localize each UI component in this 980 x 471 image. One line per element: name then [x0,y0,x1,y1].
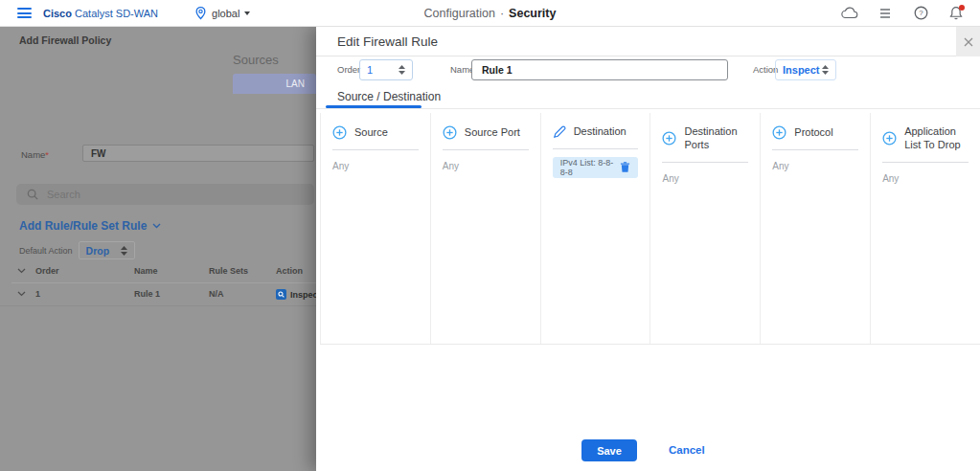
sort-arrows-icon [822,65,829,75]
inspect-icon [276,289,286,300]
tab-divider [316,108,980,109]
search-icon [27,189,38,200]
hamburger-menu-icon[interactable] [17,8,32,18]
plus-circle-icon[interactable] [882,131,897,146]
column-value: Any [662,173,748,184]
modal-header: Edit Firewall Rule [316,27,980,56]
column-application-list: Application List To Drop Any [870,113,980,344]
column-value: Any [882,173,969,184]
column-header: Protocol [772,113,858,150]
column-label: Source Port [465,126,520,140]
order-label: Order [337,59,360,80]
policy-name-field [82,145,314,162]
chevron-down-icon [17,266,26,276]
rule-name-field[interactable] [471,59,728,80]
order-select[interactable]: 1 [359,59,413,80]
default-action-row: Default Action Drop [19,241,135,259]
topbar-actions: ? [841,5,980,22]
brand-cisco: Cisco [43,8,72,19]
scope-label: global [212,8,239,19]
policy-name-label: Name* [21,149,49,160]
tab-lan: LAN [233,74,316,94]
trash-icon[interactable] [620,162,630,173]
app-window: Cisco Catalyst SD-WAN global Configurati… [0,0,980,471]
column-label: Application List To Drop [904,125,969,152]
column-header: Application List To Drop [882,113,969,163]
column-header: Source [332,113,419,150]
column-label: Destination [574,125,627,139]
rules-table-header: Order Name Rule Sets Action [0,266,316,280]
default-action-select: Drop [79,241,136,259]
row-rule-sets: N/A [209,289,224,299]
pencil-icon[interactable] [553,125,566,139]
chevron-down-icon [152,223,161,229]
tab-source-destination[interactable]: Source / Destination [337,90,441,103]
default-action-label: Default Action [19,246,73,256]
save-button[interactable]: Save [581,439,637,461]
search-input [47,189,239,200]
destination-chip: IPv4 List: 8-8-8-8 [553,157,639,178]
table-divider [0,305,316,306]
plus-circle-icon[interactable] [443,125,457,140]
svg-text:?: ? [919,9,923,17]
breadcrumb: Configuration · Security [424,7,557,20]
brand-product: Catalyst SD-WAN [75,8,158,19]
action-select[interactable]: Inspect [775,59,836,80]
plus-circle-icon[interactable] [332,125,347,140]
column-source-port: Source Port Any [430,113,540,344]
column-value: Any [332,161,419,171]
table-divider [11,282,316,283]
breadcrumb-separator: · [500,7,504,20]
plus-circle-icon[interactable] [772,125,786,140]
row-action-badge: Inspect [276,289,321,300]
top-navbar: Cisco Catalyst SD-WAN global Configurati… [0,0,980,27]
column-destination-ports: Destination Ports Any [650,113,760,344]
column-label: Destination Ports [684,125,748,152]
sources-heading: Sources [233,53,279,67]
close-icon [964,37,973,47]
brand-logo: Cisco Catalyst SD-WAN [43,8,158,19]
column-label: Protocol [794,126,832,140]
row-name: Rule 1 [134,289,160,299]
notifications-bell-icon[interactable] [947,5,965,22]
column-header: Destination [553,113,639,149]
edit-firewall-rule-modal: Edit Firewall Rule Order 1 Name Action I… [316,27,980,471]
cloud-icon[interactable] [841,5,858,22]
col-header-name: Name [134,266,158,276]
caret-down-icon [244,11,250,15]
page-title: Add Firewall Policy [19,34,111,46]
rule-match-columns: Source Any Source Port Any D [320,113,980,345]
column-header: Destination Ports [662,113,748,163]
required-asterisk: * [45,149,49,160]
search-bar [16,184,314,205]
col-header-action: Action [276,266,303,276]
notification-dot [959,5,965,11]
sort-arrows-icon [121,246,127,256]
close-button[interactable] [956,27,980,56]
help-icon[interactable]: ? [912,5,929,22]
chip-label: IPv4 List: 8-8-8-8 [560,158,621,177]
sort-arrows-icon [399,65,405,75]
breadcrumb-section: Configuration [424,7,495,20]
modal-title: Edit Firewall Rule [337,34,438,49]
column-value: Any [772,161,858,171]
cancel-button[interactable]: Cancel [669,444,705,456]
chevron-down-icon [17,289,26,299]
column-label: Source [354,126,388,140]
scope-selector[interactable]: global [194,6,250,20]
dimmed-background-page: Add Firewall Policy Sources LAN Name* Ad… [0,27,316,471]
location-pin-icon [194,6,207,20]
row-order: 1 [35,289,40,299]
column-destination: Destination IPv4 List: 8-8-8-8 [540,113,650,344]
column-header: Source Port [443,113,529,150]
add-rule-link: Add Rule/Rule Set Rule [19,219,161,233]
column-source: Source Any [320,113,430,344]
col-header-rule-sets: Rule Sets [209,266,248,276]
breadcrumb-page: Security [509,7,556,20]
table-row: 1 Rule 1 N/A Inspect [0,289,316,304]
column-protocol: Protocol Any [760,113,870,344]
plus-circle-icon[interactable] [662,131,676,146]
task-list-icon[interactable] [877,5,894,22]
column-value: Any [443,161,529,171]
col-header-order: Order [35,266,59,276]
